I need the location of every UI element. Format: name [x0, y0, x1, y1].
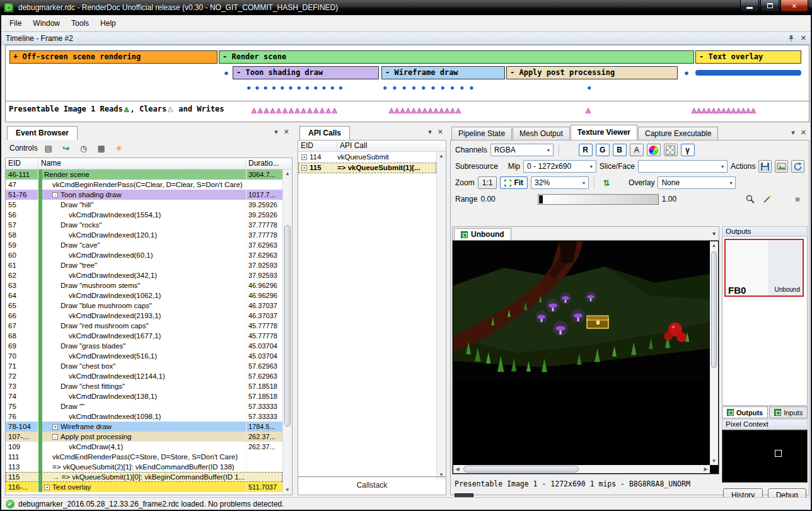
event-row[interactable]: 51-76-Toon shading draw1017.7...: [6, 190, 282, 200]
scroll-thumb[interactable]: [463, 466, 579, 473]
event-row[interactable]: 75Draw ""57.33333: [6, 401, 282, 411]
timeline-event-dots[interactable]: ●●●●●●●●●●: [383, 84, 478, 92]
panel-close-icon[interactable]: ✕: [801, 129, 806, 137]
stats-icon[interactable]: ▦: [95, 142, 108, 154]
overlay-select[interactable]: None ▾: [658, 176, 736, 189]
event-row[interactable]: 109vkCmdDraw(4,1)262.37...: [6, 442, 282, 452]
col-duration[interactable]: Duratio...: [246, 158, 292, 169]
texture-hscrollbar[interactable]: ◀ ▶: [453, 465, 710, 473]
timeline-event-dot[interactable]: ●: [684, 69, 689, 77]
event-row[interactable]: 56vkCmdDrawIndexed(1554,1)39.25926: [6, 210, 282, 220]
menu-tools[interactable]: Tools: [66, 16, 95, 30]
mip-select[interactable]: 0 - 1272x690 ▾: [523, 160, 596, 173]
minimize-button[interactable]: [740, 0, 759, 12]
tab-mesh-output[interactable]: Mesh Output: [513, 127, 570, 140]
expand-icon[interactable]: +: [301, 165, 307, 171]
event-row[interactable]: 61Draw "tree"37.92593: [6, 260, 282, 270]
event-row[interactable]: 60vkCmdDrawIndexed(60,1)37.62963: [6, 250, 282, 260]
timeline-event-dots[interactable]: ●●●●●●●●●●●●: [246, 84, 347, 92]
event-row[interactable]: 76vkCmdDrawIndexed(1098,1)57.33333: [6, 411, 282, 422]
event-row[interactable]: 46-111Render scene3064.7...: [6, 169, 282, 180]
tab-pipeline-state[interactable]: Pipeline State: [451, 127, 512, 140]
event-row[interactable]: 116-...+Text overlay511.7037: [6, 482, 282, 492]
range-slider[interactable]: [538, 194, 659, 205]
menu-window[interactable]: Window: [27, 16, 66, 30]
tab-outputs[interactable]: Outputs: [722, 406, 768, 418]
expand-icon[interactable]: +: [301, 154, 307, 160]
event-row[interactable]: 69Draw "grass blades"45.03704: [6, 341, 282, 351]
event-row[interactable]: 66vkCmdDrawIndexed(2193,1)46.37037: [6, 311, 282, 321]
title-bar[interactable]: debugmarker.rdc - RenderDoc Unofficial r…: [0, 0, 812, 15]
event-row[interactable]: 74vkCmdDrawIndexed(138,1)57.18518: [6, 391, 282, 401]
scroll-down-icon[interactable]: ▼: [710, 457, 718, 465]
event-row[interactable]: 67Draw "red mushroom caps"45.77778: [6, 321, 282, 331]
event-row[interactable]: 68vkCmdDrawIndexed(1677,1)45.77778: [6, 331, 282, 341]
api-call-row[interactable]: +114vkQueueSubmit: [298, 152, 436, 163]
autofit-range-button[interactable]: [760, 193, 774, 205]
gamma-button[interactable]: γ: [681, 144, 695, 156]
event-scrollbar[interactable]: ▲ ▼: [282, 169, 292, 495]
zoom-select[interactable]: 32% ▾: [531, 176, 589, 189]
fit-button[interactable]: Fit: [500, 176, 528, 189]
expand-icon[interactable]: +: [44, 485, 50, 490]
tab-capture-executable[interactable]: Capture Executable: [638, 127, 718, 140]
pixel-context-view[interactable]: [722, 430, 808, 483]
range-options-icon[interactable]: ≡: [791, 193, 804, 205]
export-texture-button[interactable]: [775, 160, 788, 173]
col-api-call[interactable]: API Call: [337, 141, 446, 151]
col-eid[interactable]: EID: [298, 141, 337, 151]
event-row[interactable]: 115→=> vkQueueSubmit(1)[0]: vkBeginComma…: [6, 472, 282, 482]
channel-alpha-button[interactable]: A: [630, 144, 644, 156]
zoom-range-button[interactable]: [743, 193, 757, 205]
collapse-icon[interactable]: -: [52, 434, 58, 440]
texture-tab-list-icon[interactable]: ▾: [712, 230, 716, 237]
scroll-left-icon[interactable]: ◀: [453, 465, 461, 473]
goto-eid-icon[interactable]: ↪: [59, 142, 73, 154]
save-texture-button[interactable]: [758, 160, 772, 173]
scroll-up-icon[interactable]: ▲: [710, 241, 718, 250]
event-row[interactable]: 72vkCmdDrawIndexed(12144,1)57.62963: [6, 371, 282, 381]
close-button[interactable]: ✕: [780, 0, 808, 12]
event-row[interactable]: 59Draw "cave"37.62963: [6, 240, 282, 250]
scroll-up-icon[interactable]: ▲: [437, 152, 446, 161]
texture-canvas[interactable]: ◀ ▶ ▲ ▼: [452, 240, 719, 474]
texture-image[interactable]: [453, 241, 710, 381]
timeline-event-dot[interactable]: ●: [224, 69, 229, 77]
flip-y-icon[interactable]: ⇅: [600, 176, 613, 189]
channels-select[interactable]: RGBA ▾: [490, 144, 554, 156]
event-row[interactable]: 113=> vkQueueSubmit(2)[1]: vkEndCommandB…: [6, 462, 282, 472]
tab-api-calls[interactable]: API Calls: [299, 126, 350, 140]
color-wheel-button[interactable]: [647, 144, 661, 156]
menu-help[interactable]: Help: [95, 16, 122, 30]
event-row[interactable]: 111vkCmdEndRenderPass(C=Store, D=Store, …: [6, 452, 282, 462]
timeline-marker-bar[interactable]: - Wireframe draw: [381, 66, 505, 79]
panel-close-icon[interactable]: ✕: [284, 128, 289, 136]
timeline-marker-bar[interactable]: - Apply post processing: [506, 66, 678, 79]
callstack-label[interactable]: Callstack: [298, 476, 446, 490]
slice-face-select[interactable]: ▾: [638, 160, 728, 173]
panel-close-icon[interactable]: ✕: [438, 128, 443, 136]
timeline-range-bar[interactable]: [695, 70, 801, 76]
texture-vscrollbar[interactable]: ▲ ▼: [710, 241, 718, 465]
time-durations-icon[interactable]: ◷: [77, 142, 91, 154]
timeline-toggle-icon[interactable]: ▤: [42, 142, 55, 154]
event-row[interactable]: 63Draw "mushroom stems"46.96296: [6, 280, 282, 290]
event-row[interactable]: 58vkCmdDrawIndexed(120,1)37.77778: [6, 230, 282, 240]
event-row[interactable]: 57Draw "rocks"37.77778: [6, 220, 282, 230]
scroll-thumb[interactable]: [284, 225, 291, 427]
scroll-down-icon[interactable]: ▼: [283, 486, 292, 495]
timeline-header[interactable]: Timeline - Frame #2 ✕: [1, 32, 811, 45]
tab-inputs[interactable]: Inputs: [769, 406, 808, 418]
channel-blue-button[interactable]: B: [613, 144, 627, 156]
menu-file[interactable]: File: [4, 16, 27, 30]
bookmark-icon[interactable]: ✳: [112, 142, 126, 154]
api-call-row[interactable]: +115=> vkQueueSubmit(1)[...: [298, 163, 436, 173]
timeline-marker-bar[interactable]: + Off-screen scene rendering: [9, 50, 218, 64]
timeline-marker-bar[interactable]: - Render scene: [219, 50, 694, 64]
pin-icon[interactable]: [787, 35, 794, 42]
timeline-close-icon[interactable]: ✕: [801, 34, 806, 42]
event-row[interactable]: 65Draw "blue mushroom caps"46.37037: [6, 301, 282, 311]
tab-texture-viewer[interactable]: Texture Viewer: [571, 125, 637, 140]
maximize-button[interactable]: [760, 0, 779, 12]
timeline-marker-bar[interactable]: - Toon shading draw: [233, 66, 379, 79]
